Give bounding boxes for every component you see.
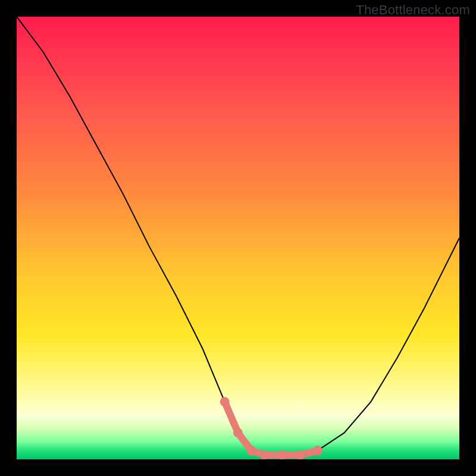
highlight-dot bbox=[246, 446, 256, 455]
watermark-text: TheBottleneck.com bbox=[356, 2, 470, 18]
plot-area bbox=[17, 17, 459, 459]
highlight-dot bbox=[277, 450, 287, 459]
highlight-dot bbox=[295, 450, 305, 459]
curve-svg bbox=[17, 17, 459, 459]
highlight-dot bbox=[233, 428, 243, 437]
highlight-dot bbox=[220, 397, 230, 406]
chart-frame: TheBottleneck.com bbox=[0, 0, 476, 476]
bottleneck-curve bbox=[17, 17, 459, 455]
highlight-dot bbox=[313, 446, 322, 455]
highlight-dot bbox=[260, 450, 270, 459]
